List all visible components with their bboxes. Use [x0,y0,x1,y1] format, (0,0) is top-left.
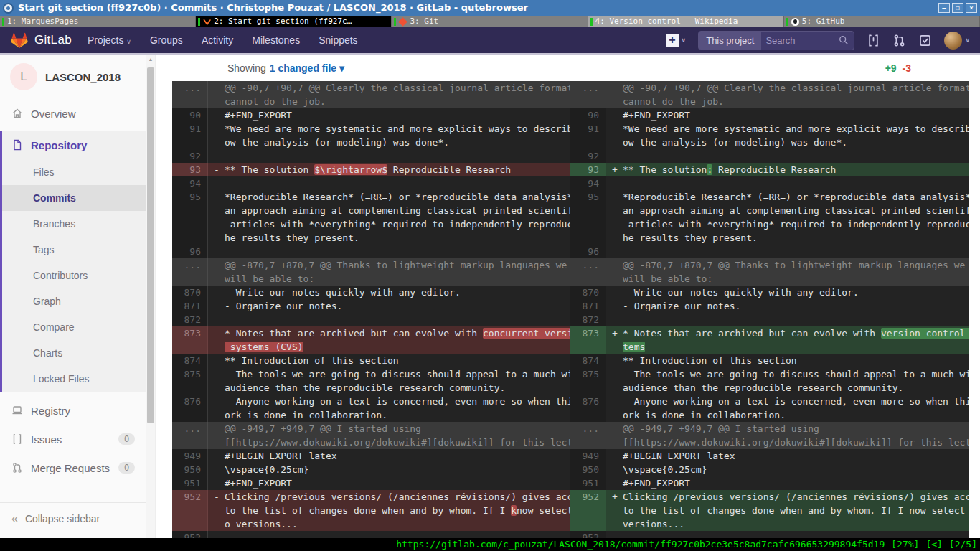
code-line: #+BEGIN_EXPORT latex [606,449,969,463]
sidebar-item-locked-files[interactable]: Locked Files [2,366,146,392]
line-number[interactable]: 91 [172,122,208,149]
issues-dashboard-icon[interactable] [867,34,880,47]
sidebar-item-issues[interactable]: Issues 0 [0,425,146,453]
minimize-button[interactable]: – [938,3,950,13]
line-number[interactable]: 873 [172,326,208,354]
changed-files-dropdown[interactable]: 1 changed file ▾ [270,62,344,74]
scroll-up-arrow[interactable]: ▲ [146,55,155,65]
tab-4-version-control-wikipedia[interactable]: 4: Version control - Wikipedia [588,16,784,27]
line-number[interactable]: 874 [172,354,208,367]
search-icon[interactable] [839,35,849,45]
sidebar-item-charts[interactable]: Charts [2,340,146,366]
line-number[interactable]: 96 [172,245,208,258]
diff-stats: +9 -3 [885,62,911,74]
line-number[interactable]: 949 [570,449,606,463]
line-number[interactable]: 92 [570,149,606,163]
diff-row: ... @@ -870,7 +870,7 @@ Thanks to lightw… [172,258,570,286]
line-number[interactable]: ... [172,81,208,108]
line-number[interactable]: 96 [570,245,606,258]
line-number[interactable]: 872 [172,313,208,326]
line-number[interactable]: 92 [172,149,208,163]
line-number[interactable]: 876 [172,395,208,422]
showing-label: Showing [227,62,266,74]
line-number[interactable]: 876 [570,395,606,422]
gitlab-navbar: GitLab Projects ∨ Groups Activity Milest… [0,27,980,55]
line-number[interactable]: 871 [570,299,606,313]
line-number[interactable]: 950 [172,463,208,476]
sidebar-item-contributors[interactable]: Contributors [2,263,146,288]
diff-row: 90 #+END_EXPORT [570,108,969,122]
line-number[interactable]: ... [172,422,208,449]
maximize-button[interactable]: ❐ [952,3,963,13]
sidebar-item-branches[interactable]: Branches [2,211,146,237]
line-number[interactable]: 871 [172,299,208,313]
line-number[interactable]: 95 [570,190,606,245]
sidebar-item-graph[interactable]: Graph [2,288,146,314]
line-number[interactable]: 870 [570,286,606,299]
chevron-down-icon: ∨ [965,37,970,44]
tab-2-start-git-section[interactable]: 2: Start git section (ff927c… [196,16,392,27]
nav-activity[interactable]: Activity [202,34,233,46]
line-number[interactable]: 90 [172,108,208,122]
line-number[interactable]: ... [172,258,208,286]
line-number[interactable]: 953 [172,531,208,538]
line-number[interactable]: 93 [570,163,606,176]
new-menu-button[interactable]: + ∨ [666,34,687,47]
line-number[interactable]: 90 [570,108,606,122]
diff-row: 873-* Notes that are archived but can ev… [172,326,570,354]
line-number[interactable]: 874 [570,354,606,367]
diff-row: 952-Clicking /previous versions/ (/ancie… [172,490,570,531]
line-number[interactable]: 950 [570,463,606,476]
scrollbar-thumb[interactable] [147,67,154,423]
gitlab-logo[interactable]: GitLab [10,31,72,50]
line-number[interactable]: 951 [172,476,208,490]
line-number[interactable]: 94 [570,176,606,190]
sidebar-item-compare[interactable]: Compare [2,314,146,340]
close-button[interactable]: × [966,3,977,13]
home-icon [11,108,23,119]
nav-projects[interactable]: Projects ∨ [88,34,131,46]
diff-row: 96 [172,245,570,258]
user-menu[interactable]: ∨ [944,32,970,50]
sidebar-item-registry[interactable]: Registry [0,396,146,425]
nav-snippets[interactable]: Snippets [319,34,357,46]
tab-1-marquespages[interactable]: 1: MarquesPages [0,16,196,27]
sidebar-item-merge-requests[interactable]: Merge Requests 0 [0,453,146,482]
sidebar-item-overview[interactable]: Overview [0,99,146,128]
sidebar-item-repository[interactable]: Repository [2,131,146,159]
line-number[interactable]: 94 [172,176,208,190]
line-number[interactable]: ... [570,422,606,449]
line-number[interactable]: 951 [570,476,606,490]
sidebar-group: Registry Issues 0 Merge Requests 0 [0,396,146,482]
line-number[interactable]: 875 [172,367,208,395]
sidebar-item-files[interactable]: Files [2,159,146,185]
nav-groups[interactable]: Groups [150,34,183,46]
merge-requests-icon[interactable] [892,34,906,47]
todos-icon[interactable] [918,34,932,47]
collapse-sidebar-button[interactable]: « Collapse sidebar [0,502,146,534]
line-number[interactable]: 91 [570,122,606,149]
line-number[interactable]: 952 [172,490,208,531]
diff-header: Showing 1 changed file ▾ +9 -3 [156,55,980,81]
line-number[interactable]: ... [570,81,606,108]
sidebar-item-commits[interactable]: Commits [2,185,146,211]
line-number[interactable]: 870 [172,286,208,299]
tab-bar: 1: MarquesPages 2: Start git section (ff… [0,16,980,27]
line-number[interactable]: 95 [172,190,208,245]
line-number[interactable]: 953 [570,531,606,538]
project-header[interactable]: L LASCON_2018 [0,55,146,99]
line-number[interactable]: 949 [172,449,208,463]
line-number[interactable]: 952 [570,490,606,531]
sidebar-scrollbar[interactable]: ▲ [146,55,155,538]
code-line [606,149,969,163]
line-number[interactable]: ... [570,258,606,286]
nav-milestones[interactable]: Milestones [252,34,300,46]
sidebar-item-tags[interactable]: Tags [2,237,146,263]
tab-5-github[interactable]: 5: GitHub [784,16,980,27]
line-number[interactable]: 872 [570,313,606,326]
line-number[interactable]: 873 [570,326,606,354]
search-input[interactable] [761,35,839,46]
line-number[interactable]: 875 [570,367,606,395]
line-number[interactable]: 93 [172,163,208,176]
tab-3-git[interactable]: 3: Git [392,16,588,27]
